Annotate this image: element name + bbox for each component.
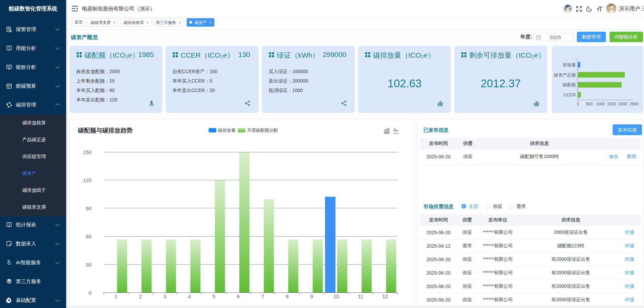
svg-text:0: 0 bbox=[577, 102, 579, 106]
svg-text:3: 3 bbox=[163, 294, 166, 299]
svg-text:4: 4 bbox=[188, 294, 191, 299]
svg-text:2500: 2500 bbox=[629, 102, 639, 106]
svg-text:10: 10 bbox=[333, 294, 339, 299]
svg-text:1500: 1500 bbox=[607, 102, 616, 106]
svg-text:120: 120 bbox=[83, 177, 91, 183]
svg-text:30: 30 bbox=[86, 262, 91, 268]
svg-text:碳配额: 碳配额 bbox=[562, 82, 576, 87]
svg-text:碳资产总额: 碳资产总额 bbox=[554, 72, 576, 78]
svg-text:60: 60 bbox=[86, 234, 91, 239]
svg-text:8: 8 bbox=[286, 294, 289, 299]
svg-text:2000: 2000 bbox=[618, 102, 627, 106]
svg-text:11: 11 bbox=[358, 294, 364, 299]
svg-text:6: 6 bbox=[237, 294, 240, 299]
svg-text:12: 12 bbox=[382, 294, 388, 299]
svg-text:1000: 1000 bbox=[596, 102, 605, 106]
svg-text:排放量: 排放量 bbox=[563, 62, 576, 67]
svg-text:90: 90 bbox=[86, 206, 91, 211]
svg-text:1: 1 bbox=[115, 294, 117, 299]
svg-text:150: 150 bbox=[83, 149, 91, 155]
svg-text:5: 5 bbox=[212, 294, 215, 299]
svg-text:CCER: CCER bbox=[563, 92, 576, 97]
svg-text:500: 500 bbox=[586, 102, 593, 106]
svg-text:9: 9 bbox=[310, 294, 313, 299]
svg-text:7: 7 bbox=[261, 294, 264, 299]
svg-text:0: 0 bbox=[89, 290, 91, 296]
svg-text:2: 2 bbox=[139, 294, 142, 299]
